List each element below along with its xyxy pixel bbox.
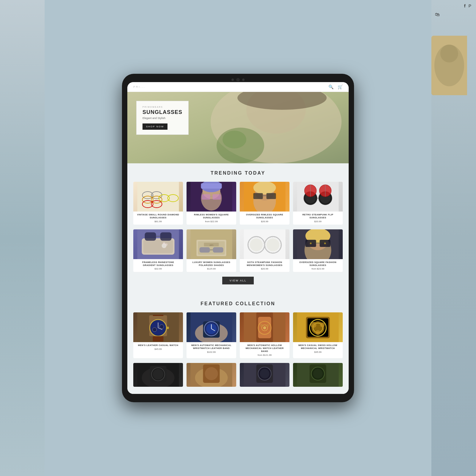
svg-rect-89 — [153, 315, 164, 316]
featured-section: FEATURED COLLECTION — [127, 296, 349, 394]
trending-title: TRENDING TODAY — [133, 170, 343, 176]
view-all-container: VIEW ALL — [133, 277, 343, 284]
product-swiss-hollow[interactable]: MEN'S CASUAL SWISS HOLLOW MECHANICAL WRI… — [293, 312, 343, 358]
svg-rect-9 — [137, 182, 179, 212]
product-watch-bottom-3[interactable] — [240, 363, 289, 387]
svg-rect-88 — [153, 336, 164, 342]
svg-point-78 — [324, 242, 326, 244]
svg-rect-32 — [267, 193, 276, 199]
pinterest-icon[interactable]: P — [469, 4, 471, 8]
product-price: $61.99 — [136, 220, 181, 223]
product-automatic-mechanical[interactable]: MEN'S AUTOMATIC MECHANICAL WRISTWATCH LE… — [187, 312, 236, 358]
product-price: from $22.99 — [189, 220, 234, 223]
product-name: MEN'S CASUAL SWISS HOLLOW MECHANICAL WRI… — [295, 344, 340, 350]
svg-point-85 — [153, 328, 157, 332]
product-oversized-rimless[interactable]: OVERSIZED RIMLESS SQUARE SUNGLASSES $26.… — [240, 182, 289, 225]
product-rimless-sunglasses[interactable]: RIMLESS WOMEN'S SQUARE SUNGLASSES from $… — [187, 182, 236, 225]
view-all-button[interactable]: VIEW ALL — [222, 277, 253, 284]
product-name: OVERSIZED SQUARE FASHION SUNGLASSES — [295, 261, 340, 267]
svg-point-52 — [165, 243, 168, 246]
product-price: $102.99 — [189, 351, 234, 353]
product-price: $26.99 — [242, 220, 287, 223]
svg-point-2 — [440, 45, 458, 62]
hero-banner: PRIMOWEARS SUNGLASSES Elegant and Stylis… — [127, 92, 349, 163]
product-vintage-sunglasses[interactable]: VINTAGE SMALL ROUND DIAMOND SUNGLASSES $… — [133, 182, 183, 225]
svg-point-77 — [310, 242, 312, 244]
svg-point-7 — [223, 131, 246, 148]
product-name: MEN'S AUTOMATIC MECHANICAL WRISTWATCH LE… — [189, 344, 234, 350]
product-frameless-rhinestone[interactable]: FRAMELESS RHINESTONE GRADIENT SUNGLASSES… — [133, 229, 183, 272]
product-name: RETRO STEAMPUNK FLIP SUNGLASSES — [295, 213, 340, 219]
svg-point-114 — [320, 322, 325, 327]
product-watch-bottom-1[interactable] — [133, 363, 183, 387]
svg-rect-47 — [145, 232, 156, 241]
svg-rect-24 — [202, 194, 210, 200]
svg-point-51 — [163, 242, 165, 245]
product-name: MEN'S LEATHER CASUAL WATCH — [136, 344, 181, 347]
svg-rect-48 — [160, 232, 172, 241]
tablet-camera — [231, 78, 245, 82]
svg-point-63 — [250, 238, 263, 251]
svg-point-30 — [253, 182, 276, 194]
product-name: OVERSIZED RIMLESS SQUARE SUNGLASSES — [242, 213, 287, 219]
svg-point-106 — [266, 324, 269, 327]
svg-point-86 — [160, 325, 164, 329]
featured-product-grid-row1: MEN'S LEATHER CASUAL WATCH $45.99 — [133, 312, 343, 358]
facebook-icon[interactable]: f — [464, 4, 466, 8]
hero-content-box: PRIMOWEARS SUNGLASSES Elegant and Stylis… — [136, 101, 189, 135]
product-goth-steampunk[interactable]: GOTH STEAMPUNK FASHION MEN/WOMEN'S SUNGL… — [240, 229, 289, 272]
product-watch-bottom-4[interactable] — [293, 363, 343, 387]
svg-rect-31 — [253, 193, 263, 199]
product-price: $125.99 — [189, 267, 234, 270]
product-price: $32.99 — [136, 267, 181, 270]
svg-point-128 — [260, 369, 270, 378]
svg-point-104 — [263, 326, 266, 329]
trending-product-grid-row2: FRAMELESS RHINESTONE GRADIENT SUNGLASSES… — [133, 229, 343, 272]
featured-title: FEATURED COLLECTION — [133, 301, 343, 306]
svg-point-120 — [153, 369, 164, 380]
product-retro-steampunk[interactable]: RETRO STEAMPUNK FLIP SUNGLASSES $20.99 — [293, 182, 343, 225]
svg-rect-59 — [213, 247, 223, 253]
hero-subtitle: Elegant and Stylish — [143, 117, 182, 120]
product-name: RIMLESS WOMEN'S SQUARE SUNGLASSES — [189, 213, 234, 219]
svg-rect-46 — [143, 240, 173, 253]
svg-point-66 — [267, 238, 280, 251]
product-name: FRAMELESS RHINESTONE GRADIENT SUNGLASSES — [136, 261, 181, 267]
product-name: VINTAGE SMALL ROUND DIAMOND SUNGLASSES — [136, 213, 181, 219]
product-leather-casual-watch[interactable]: MEN'S LEATHER CASUAL WATCH $45.99 — [133, 312, 183, 358]
product-oversized-square[interactable]: OVERSIZED SQUARE FASHION SUNGLASSES from… — [293, 229, 343, 272]
svg-point-132 — [313, 369, 323, 378]
product-luxury-sunglasses[interactable]: AN'S LUXURY WOMEN SUNGLASSES POLARIZED S… — [187, 229, 236, 272]
svg-rect-58 — [200, 247, 210, 253]
cart-icon[interactable]: 🛍 — [435, 12, 440, 17]
product-name: LUXURY WOMEN SUNGLASSES POLARIZED SHADES — [189, 261, 234, 267]
svg-text:AN'S: AN'S — [209, 244, 213, 246]
svg-rect-25 — [213, 194, 221, 200]
cart-icon[interactable]: 🛒 — [338, 84, 343, 89]
svg-rect-34 — [297, 182, 339, 212]
svg-point-105 — [260, 324, 263, 327]
product-price: $20.99 — [295, 220, 340, 223]
featured-product-grid-row2 — [133, 363, 343, 387]
svg-rect-87 — [167, 327, 169, 329]
product-price: $20.99 — [242, 267, 287, 270]
shop-now-button[interactable]: SHOP NOW — [143, 123, 167, 130]
product-price: from $121.99 — [242, 354, 287, 356]
search-icon[interactable]: 🔍 — [328, 84, 333, 89]
product-watch-bottom-2[interactable] — [187, 363, 236, 387]
svg-rect-23 — [201, 183, 222, 189]
product-price: $45.99 — [136, 348, 181, 350]
product-price: $35.99 — [295, 351, 340, 353]
hero-title: SUNGLASSES — [143, 109, 182, 115]
trending-product-grid-row1: VINTAGE SMALL ROUND DIAMOND SUNGLASSES $… — [133, 182, 343, 225]
hero-brand: PRIMOWEARS — [143, 106, 182, 108]
top-navigation: PRI... 🔍 🛒 — [127, 82, 349, 92]
svg-point-113 — [311, 322, 317, 328]
product-price: from $23.99 — [295, 267, 340, 270]
product-hollow-mechanical[interactable]: MEN'S AUTOMATIC HOLLOW MECHANICAL WATCH … — [240, 312, 289, 358]
product-name: MEN'S AUTOMATIC HOLLOW MECHANICAL WATCH … — [242, 344, 287, 353]
trending-section: TRENDING TODAY — [127, 163, 349, 296]
nav-brand-text: PRI... — [133, 85, 145, 88]
svg-point-124 — [205, 367, 218, 380]
svg-point-115 — [316, 330, 320, 335]
